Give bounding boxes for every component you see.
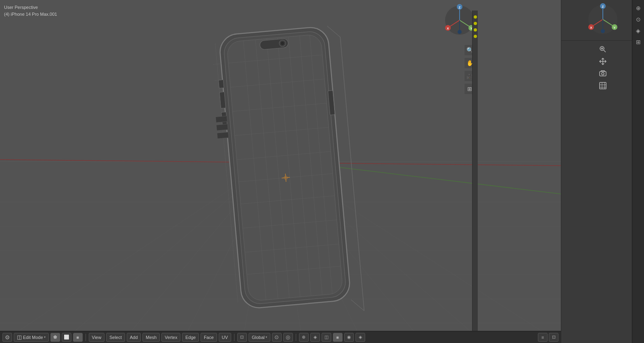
vertex-menu-btn[interactable]: Vertex: [161, 333, 180, 342]
side-scrollbar[interactable]: [472, 11, 478, 331]
mode-icon-btn[interactable]: ⚙: [2, 333, 12, 342]
face-menu-btn[interactable]: Face: [201, 333, 217, 342]
sep-2: [234, 334, 234, 341]
proportional-btn[interactable]: ◎: [283, 333, 293, 342]
mesh-btn-label: Mesh: [146, 335, 157, 340]
uv-btn-label: UV: [222, 335, 228, 340]
stats-btn[interactable]: ≡: [538, 333, 548, 342]
vertex-select-icon[interactable]: ⬟: [50, 333, 60, 342]
wireframe-shade-btn[interactable]: ◫: [322, 333, 331, 342]
svg-point-84: [601, 29, 605, 33]
svg-text:Z: Z: [602, 5, 604, 8]
scroll-dot-2: [474, 22, 477, 25]
svg-text:Y: Y: [613, 26, 616, 29]
transform-icon-btn[interactable]: ⊡: [237, 333, 247, 342]
fullscreen-btn[interactable]: ⊡: [549, 333, 558, 342]
scroll-dot-3: [474, 28, 477, 32]
svg-rect-52: [216, 124, 228, 130]
right-tools-3[interactable]: ◈: [634, 26, 643, 36]
svg-rect-91: [600, 82, 606, 89]
svg-rect-43: [218, 80, 224, 88]
face-select-icon[interactable]: ■: [73, 333, 83, 342]
svg-rect-89: [600, 72, 606, 76]
bottom-toolbar: ⚙ ◫ Edit Mode ▾ ⬟ ⬜ ■ View Select Add Me…: [0, 331, 561, 343]
add-btn-label: Add: [130, 335, 138, 340]
rp-camera-icon[interactable]: [598, 68, 608, 79]
add-menu-btn[interactable]: Add: [127, 333, 141, 342]
view-menu-btn[interactable]: View: [89, 333, 105, 342]
view-btn-label: View: [92, 335, 102, 340]
matcap-shade-btn[interactable]: ◉: [344, 333, 354, 342]
face-btn-label: Face: [204, 335, 213, 340]
rp-pan-icon[interactable]: [598, 56, 608, 67]
mesh-menu-btn[interactable]: Mesh: [142, 333, 160, 342]
mode-arrow: ▾: [44, 335, 46, 339]
sep-1: [86, 334, 86, 341]
mode-selector-icon: ◫: [17, 334, 22, 340]
right-tools-4[interactable]: ⊞: [634, 37, 643, 47]
select-menu-btn[interactable]: Select: [106, 333, 125, 342]
svg-line-86: [604, 50, 606, 52]
right-panel: Z X Y: [561, 0, 644, 343]
rp-zoom-icon[interactable]: [598, 44, 608, 55]
svg-text:Z: Z: [459, 6, 461, 9]
edit-mode-selector[interactable]: ◫ Edit Mode ▾: [14, 333, 49, 342]
svg-point-90: [602, 73, 604, 75]
vertex-btn-label: Vertex: [165, 335, 177, 340]
svg-text:X: X: [590, 26, 592, 29]
edge-btn-label: Edge: [185, 335, 196, 340]
rp-grid-icon[interactable]: [598, 80, 608, 91]
overlay-btn[interactable]: ⊕: [299, 333, 309, 342]
transform-label: Global: [252, 335, 265, 340]
edge-select-icon[interactable]: ⬜: [62, 333, 71, 342]
mode-label: Edit Mode: [23, 335, 43, 340]
svg-rect-53: [217, 132, 229, 139]
uv-menu-btn[interactable]: UV: [219, 333, 231, 342]
xray-btn[interactable]: ◈: [310, 333, 320, 342]
snap-btn[interactable]: ⊙: [272, 333, 282, 342]
global-transform-btn[interactable]: Global ▾: [249, 333, 270, 342]
edge-menu-btn[interactable]: Edge: [182, 333, 199, 342]
right-tools-1[interactable]: ⊕: [634, 3, 643, 13]
svg-point-72: [458, 30, 462, 34]
sep-3: [296, 334, 296, 341]
solid-shade-btn[interactable]: ■: [333, 333, 343, 342]
scroll-dot-1: [474, 15, 477, 19]
right-tools-2[interactable]: ⊙: [634, 15, 643, 24]
svg-rect-51: [215, 116, 227, 122]
select-btn-label: Select: [109, 335, 122, 340]
main-viewport[interactable]: User Perspective (4) iPhone 14 Pro Max.0…: [0, 0, 561, 343]
scroll-dot-4: [474, 35, 477, 38]
render-shade-btn[interactable]: ◈: [355, 333, 365, 342]
svg-text:X: X: [447, 27, 449, 30]
